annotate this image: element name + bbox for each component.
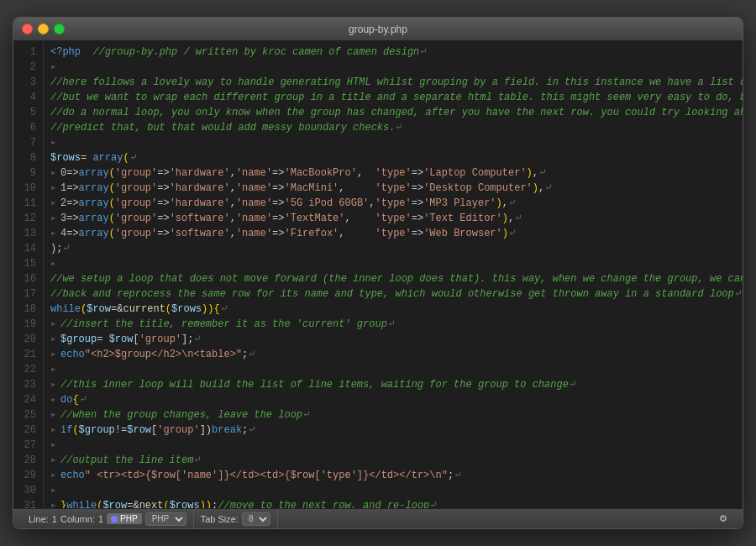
code-line: ▸ xyxy=(50,256,736,271)
tabsize-label: Tab Size: xyxy=(201,514,239,524)
code-line: ▸ //when the group changes, leave the lo… xyxy=(50,407,736,423)
code-line: ▸ $group = $row['group'];⤶ xyxy=(50,332,736,347)
code-line: ▸ echo "<h2>$group</h2>\n<table>";⤶ xyxy=(50,347,736,362)
code-line: //but we want to wrap each different gro… xyxy=(50,90,736,105)
line-value: 1 xyxy=(52,514,57,524)
code-line: ▸ xyxy=(50,362,736,377)
code-line: ▸ //insert the title, remember it as the… xyxy=(50,317,736,332)
language-select[interactable]: PHP xyxy=(145,512,186,526)
code-line: ▸ xyxy=(50,438,736,453)
code-line: //back and reprocess the same row for it… xyxy=(50,286,736,302)
code-line: //here follows a lovely way to handle ge… xyxy=(50,75,736,90)
code-line: $rows = array (⤶ xyxy=(50,150,736,165)
code-line: ▸ 4 => array ('group' => 'software', 'na… xyxy=(50,226,736,241)
col-value: 1 xyxy=(98,514,103,524)
code-line: ▸ xyxy=(50,483,736,498)
minimize-button[interactable] xyxy=(38,24,49,34)
editor-container: 1 2 3 4 5 6 7 8 9 10 11 12 13 14 15 16 1… xyxy=(13,41,743,508)
php-dot-icon xyxy=(111,516,118,522)
code-line: ▸ //this inner loop will build the list … xyxy=(50,377,736,392)
col-label: Column: xyxy=(60,514,95,524)
code-line: ▸ //output the line item⤶ xyxy=(50,453,736,468)
gear-icon: ⚙ xyxy=(719,513,727,524)
code-line: ▸ echo " <tr><td>{$row['name']}</td><td>… xyxy=(50,468,736,483)
code-line: //predict that, but that would add messy… xyxy=(50,120,736,135)
code-line: ▸ 2 => array ('group' => 'hardware', 'na… xyxy=(50,196,736,211)
code-line: ▸ } while ($row =& next ($rows)); //move… xyxy=(50,498,736,508)
status-tabsize: Tab Size: 8 4 2 xyxy=(194,509,278,528)
tabsize-select[interactable]: 8 4 2 xyxy=(242,512,270,526)
status-line: Line: 1 Column: 1 PHP PHP xyxy=(22,509,194,528)
status-gear[interactable]: ⚙ xyxy=(712,509,734,528)
line-numbers: 1 2 3 4 5 6 7 8 9 10 11 12 13 14 15 16 1… xyxy=(13,41,44,508)
language-label: PHP xyxy=(120,514,138,523)
code-line: ▸ 0 => array ('group' => 'hardware', 'na… xyxy=(50,165,736,181)
statusbar: Line: 1 Column: 1 PHP PHP Tab Size: 8 4 … xyxy=(13,508,743,528)
code-line: //we setup a loop that does not move for… xyxy=(50,271,736,286)
maximize-button[interactable] xyxy=(54,24,65,34)
main-window: group-by.php 1 2 3 4 5 6 7 8 9 10 11 12 … xyxy=(13,17,743,529)
code-line: ▸ xyxy=(50,60,736,75)
code-line: ▸ 1 => array ('group' => 'hardware', 'na… xyxy=(50,181,736,196)
code-line: ▸ if ($group != $row['group']) break;⤶ xyxy=(50,423,736,438)
line-label: Line: xyxy=(29,514,49,524)
code-line: //do a normal loop, you only know when t… xyxy=(50,105,736,120)
titlebar: group-by.php xyxy=(13,18,743,41)
code-editor[interactable]: <?php //group-by.php / written by kroc c… xyxy=(44,41,743,508)
code-line: );⤶ xyxy=(50,241,736,256)
traffic-lights xyxy=(22,24,65,34)
language-badge[interactable]: PHP xyxy=(107,513,142,524)
code-line: ▸ xyxy=(50,135,736,150)
code-line: <?php //group-by.php / written by kroc c… xyxy=(50,45,736,60)
code-line: ▸ do {⤶ xyxy=(50,392,736,407)
close-button[interactable] xyxy=(22,24,33,34)
code-line: while ($row =& current ($rows)) {⤶ xyxy=(50,302,736,317)
code-line: ▸ 3 => array ('group' => 'software', 'na… xyxy=(50,211,736,226)
window-title: group-by.php xyxy=(349,24,407,35)
